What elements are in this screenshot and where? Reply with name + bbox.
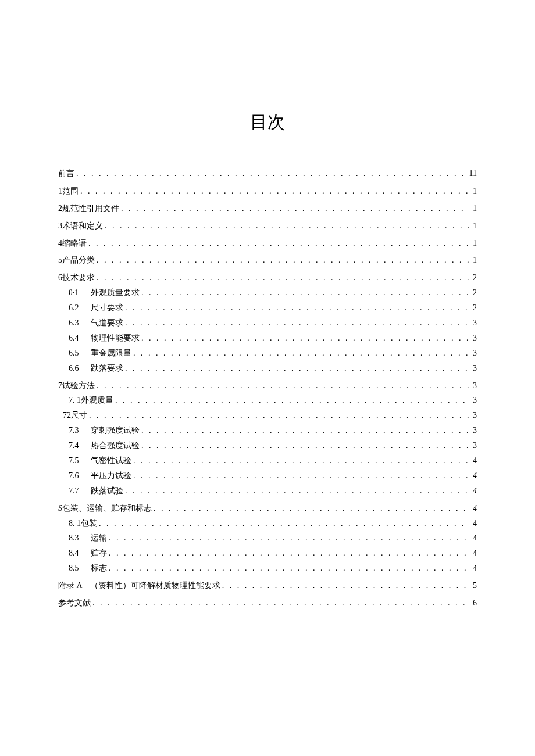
toc-page-number: 4 xyxy=(469,468,477,483)
toc-page-number: 4 xyxy=(469,546,477,561)
toc-page-number: 3 xyxy=(469,378,477,393)
toc-text: 跌落要求 xyxy=(91,361,123,376)
toc-number: 8.3 xyxy=(69,531,91,546)
toc-page-number: 3 xyxy=(469,393,477,408)
toc-text: 运输 xyxy=(91,531,107,546)
toc-text: 物理性能要求 xyxy=(91,331,140,346)
toc-number: 7 xyxy=(58,378,62,393)
toc-number: 6.5 xyxy=(69,346,91,361)
toc-leader-dots xyxy=(79,184,469,199)
toc-page-number: 1 xyxy=(469,236,477,251)
toc-number: 7.7 xyxy=(69,483,91,499)
toc-number: 6.3 xyxy=(69,316,91,331)
toc-text: 气道要求 xyxy=(91,316,123,331)
toc-number: 6 xyxy=(58,270,62,285)
toc-page-number: 4 xyxy=(469,453,477,468)
toc-page-number: 3 xyxy=(469,438,477,453)
toc-leader-dots xyxy=(97,516,469,531)
toc-entry: 72 尺寸3 xyxy=(58,408,477,423)
toc-text: 尺寸要求 xyxy=(91,300,123,316)
toc-leader-dots xyxy=(131,346,469,361)
toc-entry: 2 规范性引用文件1 xyxy=(58,201,477,216)
toc-leader-dots xyxy=(91,596,469,611)
toc-text: 跌落试验 xyxy=(91,483,123,499)
toc-leader-dots xyxy=(140,331,469,346)
toc-entry: 7.5气密性试验4 xyxy=(58,453,477,468)
toc-leader-dots xyxy=(123,316,469,331)
toc-leader-dots xyxy=(119,201,469,216)
toc-number: 7.4 xyxy=(69,438,91,453)
toc-entry: θ·1外观质量要求2 xyxy=(58,285,477,300)
toc-page-number: 1 xyxy=(469,218,477,234)
toc-entry: 7.3穿刺强度试验3 xyxy=(58,423,477,438)
toc-number: 8. 1 xyxy=(69,516,81,531)
toc-text: （资料性）可降解材质物理性能要求 xyxy=(90,578,220,593)
toc-entry: 4 缩略语1 xyxy=(58,236,477,251)
toc-entry: 8.4贮存4 xyxy=(58,546,477,561)
toc-number: 7.6 xyxy=(69,468,91,483)
toc-leader-dots xyxy=(220,578,469,593)
toc-entry: 1 范围1 xyxy=(58,184,477,199)
toc-page-number: 3 xyxy=(469,423,477,438)
table-of-contents: 前言111 范围12 规范性引用文件13 术语和定义14 缩略语15 产品分类1… xyxy=(58,166,477,611)
toc-entry: 前言11 xyxy=(58,166,477,181)
toc-text: 前言 xyxy=(58,166,74,181)
toc-page-number: 4 xyxy=(469,531,477,546)
toc-text: 试验方法 xyxy=(62,378,95,393)
toc-number: 7.5 xyxy=(69,453,91,468)
toc-number: S xyxy=(58,501,62,516)
toc-page-number: 3 xyxy=(469,361,477,376)
toc-leader-dots xyxy=(131,468,469,483)
toc-number: 6.4 xyxy=(69,331,91,346)
page-title: 目次 xyxy=(58,110,477,134)
toc-page-number: 3 xyxy=(469,408,477,423)
toc-page-number: 4 xyxy=(469,561,477,576)
toc-leader-dots xyxy=(123,483,469,499)
toc-text: 参考文献 xyxy=(58,596,91,611)
toc-page-number: 3 xyxy=(469,331,477,346)
toc-text: 产品分类 xyxy=(62,253,95,268)
toc-entry: 7 试验方法3 xyxy=(58,378,477,393)
toc-page-number: 1 xyxy=(469,253,477,268)
toc-page-number: 4 xyxy=(469,501,477,516)
toc-text: 包装、运输、贮存和标志 xyxy=(62,501,152,516)
toc-text: 规范性引用文件 xyxy=(62,201,119,216)
toc-text: 包装 xyxy=(81,516,97,531)
toc-entry: 6 技术要求2 xyxy=(58,270,477,285)
toc-text: 标志 xyxy=(91,561,107,576)
toc-page-number: 5 xyxy=(469,578,477,593)
toc-leader-dots xyxy=(95,253,469,268)
toc-entry: 附录 A （资料性）可降解材质物理性能要求 5 xyxy=(58,578,477,593)
toc-page-number: 3 xyxy=(469,316,477,331)
toc-text: 外观质量 xyxy=(81,393,113,408)
toc-leader-dots xyxy=(123,361,469,376)
toc-entry: 7.4热合强度试验3 xyxy=(58,438,477,453)
toc-number: 2 xyxy=(58,201,62,216)
toc-text: 外观质量要求 xyxy=(91,285,140,300)
toc-number: 5 xyxy=(58,253,62,268)
toc-number: 4 xyxy=(58,236,62,251)
toc-leader-dots xyxy=(123,300,469,316)
toc-number: 7. 1 xyxy=(69,393,81,408)
toc-entry: 6.4物理性能要求3 xyxy=(58,331,477,346)
toc-text: 术语和定义 xyxy=(62,218,103,234)
toc-text: 技术要求 xyxy=(62,270,95,285)
toc-entry: 6.3气道要求3 xyxy=(58,316,477,331)
toc-number: 8.4 xyxy=(69,546,91,561)
toc-number: 7.3 xyxy=(69,423,91,438)
toc-page-number: 2 xyxy=(469,285,477,300)
toc-leader-dots xyxy=(87,408,469,423)
toc-entry: 6.6跌落要求3 xyxy=(58,361,477,376)
toc-number: 8.5 xyxy=(69,561,91,576)
toc-entry: 8. 1 包装4 xyxy=(58,516,477,531)
toc-entry: S 包装、运输、贮存和标志 4 xyxy=(58,501,477,516)
toc-leader-dots xyxy=(95,270,469,285)
toc-leader-dots xyxy=(74,166,469,181)
toc-entry: 7.6平压力试验4 xyxy=(58,468,477,483)
toc-text: 范围 xyxy=(62,184,79,199)
toc-entry: 7.7跌落试验4 xyxy=(58,483,477,499)
toc-leader-dots xyxy=(140,423,469,438)
toc-leader-dots xyxy=(107,561,469,576)
toc-leader-dots xyxy=(113,393,469,408)
toc-leader-dots xyxy=(131,453,469,468)
